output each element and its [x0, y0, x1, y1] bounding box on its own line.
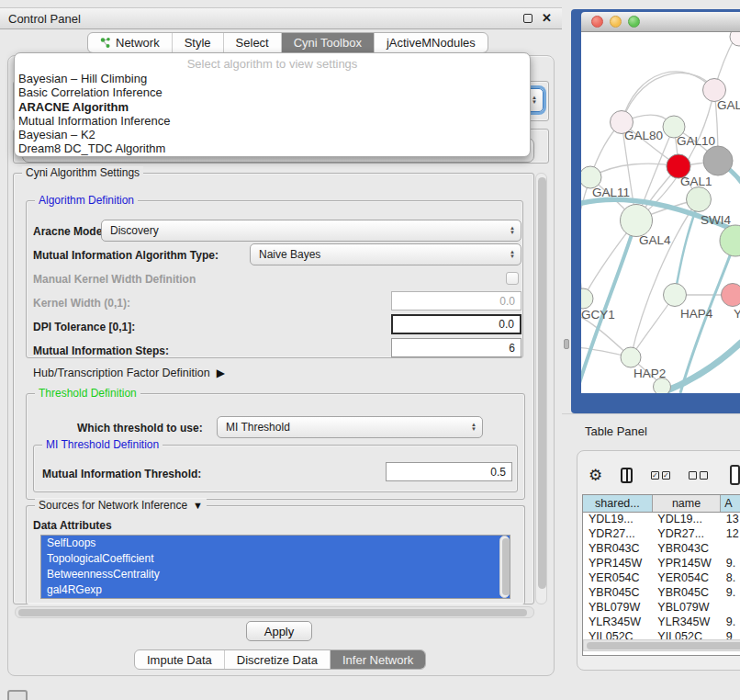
- network-node-salmon[interactable]: [722, 284, 740, 307]
- tab-select[interactable]: Select: [223, 33, 281, 52]
- network-node-gal1[interactable]: [687, 187, 712, 212]
- settings-vertical-scrollbar[interactable]: [535, 173, 547, 604]
- dpi-tolerance-field[interactable]: 0.0: [391, 314, 521, 334]
- manual-kernel-width-label: Manual Kernel Width Definition: [33, 273, 196, 286]
- deselect-all-icon[interactable]: [689, 471, 708, 480]
- mi-algorithm-type-label: Mutual Information Algorithm Type:: [33, 249, 219, 262]
- cell[interactable]: YPR145W: [583, 556, 652, 570]
- collapsed-panel-chip[interactable]: [7, 690, 28, 700]
- cell[interactable]: YER054C: [652, 570, 720, 585]
- network-view-canvas[interactable]: GAL GAL80 GAL10 GAL1 GAL11 SWI4 GAL4 GCY…: [581, 32, 740, 393]
- network-node-hap4[interactable]: [664, 284, 687, 307]
- attr-item-gal4rgexp[interactable]: gal4RGexp: [41, 582, 510, 598]
- cell[interactable]: YPR145W: [652, 556, 720, 570]
- hub-definition-expander[interactable]: Hub/Transcription Factor Definition ▶: [33, 367, 225, 379]
- cell[interactable]: YDL19...: [652, 512, 720, 526]
- tab-discretize-data[interactable]: Discretize Data: [224, 650, 330, 669]
- tab-cyni-toolbox[interactable]: Cyni Toolbox: [281, 33, 374, 52]
- cell[interactable]: YBR045C: [652, 585, 720, 600]
- columns-icon[interactable]: [621, 468, 633, 483]
- mi-threshold-field[interactable]: 0.5: [386, 462, 512, 481]
- cell[interactable]: YDR27...: [583, 526, 652, 541]
- cell[interactable]: 9.: [721, 615, 740, 629]
- cell[interactable]: YBL079W: [583, 600, 652, 615]
- splitpane-divider-handle[interactable]: [564, 339, 569, 349]
- aracne-mode-value: Discovery: [110, 224, 507, 237]
- cell[interactable]: YLR345W: [583, 615, 652, 629]
- window-close-button[interactable]: [591, 16, 603, 28]
- network-node-gal4[interactable]: [621, 205, 653, 237]
- sources-title-row[interactable]: Sources for Network Inference ▼: [35, 499, 207, 512]
- node-table: shared... name A YDL19...YDL19...13 YDR2…: [583, 495, 740, 644]
- new-table-icon[interactable]: [730, 465, 740, 485]
- cell[interactable]: 13: [721, 512, 740, 526]
- float-window-icon[interactable]: [523, 14, 533, 23]
- column-header-name[interactable]: name: [652, 495, 720, 512]
- which-threshold-combo[interactable]: MI Threshold ▲▼: [217, 416, 483, 438]
- apply-button[interactable]: Apply: [246, 621, 312, 641]
- attr-item-selfloops[interactable]: SelfLoops: [41, 536, 510, 551]
- tab-select-label: Select: [236, 36, 269, 50]
- algorithm-option-bayesian-k2[interactable]: Bayesian – K2: [15, 128, 530, 141]
- cell[interactable]: YDR27...: [652, 526, 720, 541]
- cell[interactable]: 8.: [721, 570, 740, 585]
- cell[interactable]: 9.: [721, 585, 740, 600]
- table-row[interactable]: YBL079WYBL079W: [583, 600, 740, 615]
- cell[interactable]: 12: [721, 526, 740, 541]
- tab-jactivemnodules[interactable]: jActiveMNodules: [374, 33, 488, 52]
- network-node-gcy1[interactable]: [581, 288, 593, 309]
- cell[interactable]: YBL079W: [652, 600, 720, 615]
- cell[interactable]: YDL19...: [583, 512, 652, 526]
- algorithm-option-aracne[interactable]: ARACNE Algorithm: [15, 100, 530, 114]
- table-row[interactable]: YBR045CYBR045C9.: [583, 585, 740, 600]
- network-node-swi4[interactable]: [720, 225, 740, 256]
- column-header-partial[interactable]: A: [721, 495, 740, 512]
- window-minimize-button[interactable]: [610, 16, 622, 28]
- network-node-gray[interactable]: [703, 146, 733, 175]
- algorithm-option-bayesian-hill-climbing[interactable]: Bayesian – Hill Climbing: [15, 72, 530, 85]
- attr-item-betweennesscentrality[interactable]: BetweennessCentrality: [41, 567, 510, 582]
- table-row[interactable]: YLR345WYLR345W9.: [583, 615, 740, 629]
- kernel-width-field[interactable]: 0.0: [391, 291, 521, 310]
- node-label-hap2: HAP2: [633, 367, 666, 380]
- aracne-mode-label: Aracne Mode:: [33, 225, 106, 238]
- cell[interactable]: YER054C: [583, 570, 652, 585]
- stepper-icons: ▲▼: [468, 423, 482, 432]
- column-header-shared-name[interactable]: shared...: [583, 495, 652, 512]
- cell[interactable]: YBR045C: [583, 585, 652, 600]
- window-zoom-button[interactable]: [628, 16, 640, 28]
- cell[interactable]: 9.: [721, 556, 740, 570]
- control-panel-titlebar: Control Panel ✕: [0, 7, 562, 29]
- cell[interactable]: YBR043C: [652, 541, 720, 556]
- cell[interactable]: [721, 600, 740, 615]
- cell[interactable]: [721, 541, 740, 556]
- table-row[interactable]: YER054CYER054C8.: [583, 570, 740, 585]
- cell[interactable]: YBR043C: [583, 541, 652, 556]
- gear-icon[interactable]: ⚙: [589, 468, 602, 483]
- bottom-tabbar: Impute Data Discretize Data Infer Networ…: [134, 649, 426, 670]
- manual-kernel-width-checkbox[interactable]: [506, 272, 519, 285]
- table-row[interactable]: YPR145WYPR145W9.: [583, 556, 740, 570]
- network-node-hap2[interactable]: [621, 347, 641, 367]
- tab-infer-network[interactable]: Infer Network: [330, 650, 425, 669]
- table-row[interactable]: YDR27...YDR27...12: [583, 526, 740, 541]
- select-all-icon[interactable]: ✓ ✓: [651, 471, 670, 480]
- table-row[interactable]: YBR043CYBR043C: [583, 541, 740, 556]
- attr-item-topologicalcoefficient[interactable]: TopologicalCoefficient: [41, 551, 510, 567]
- tab-network[interactable]: Network: [88, 33, 172, 52]
- aracne-mode-combo[interactable]: Discovery ▲▼: [101, 220, 521, 242]
- network-window-titlebar[interactable]: [581, 12, 740, 32]
- close-icon[interactable]: ✕: [542, 14, 552, 23]
- cell[interactable]: YLR345W: [652, 615, 720, 629]
- table-horizontal-scrollbar[interactable]: [583, 639, 740, 651]
- settings-horizontal-scrollbar[interactable]: [15, 606, 534, 618]
- algorithm-option-basic-correlation[interactable]: Basic Correlation Inference: [15, 85, 530, 99]
- attribute-list-scrollbar[interactable]: [499, 536, 510, 598]
- algorithm-option-dream8[interactable]: Dream8 DC_TDC Algorithm: [15, 141, 530, 155]
- mi-algorithm-type-combo[interactable]: Naive Bayes ▲▼: [250, 243, 521, 265]
- tab-impute-data[interactable]: Impute Data: [135, 650, 224, 669]
- table-row[interactable]: YDL19...YDL19...13: [583, 512, 740, 526]
- tab-style[interactable]: Style: [172, 33, 223, 52]
- mi-steps-field[interactable]: 6: [391, 338, 521, 357]
- algorithm-option-mutual-information[interactable]: Mutual Information Inference: [15, 114, 530, 128]
